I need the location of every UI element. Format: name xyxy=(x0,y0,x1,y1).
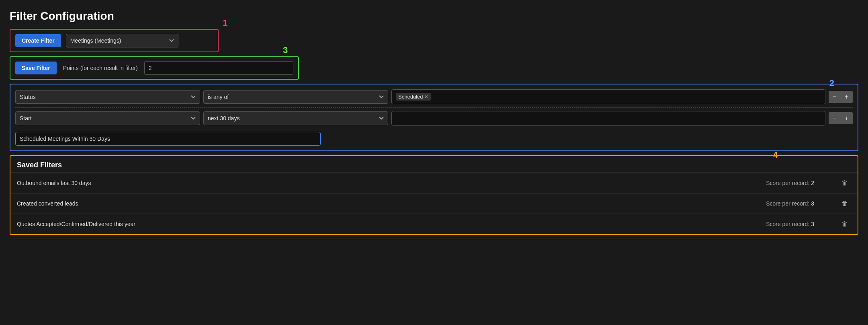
entity-type-dropdown[interactable]: Meetings (Meetings) Contacts Leads Accou… xyxy=(66,34,178,47)
filter-field-1[interactable]: Status Start End Subject xyxy=(15,90,200,104)
score-value-2: 3 xyxy=(811,200,814,207)
page-container: Filter Configuration 1 Create Filter Mee… xyxy=(0,0,868,325)
saved-filter-name-1: Outbound emails last 30 days xyxy=(17,180,766,186)
filter-add-button-2[interactable]: + xyxy=(841,112,853,124)
saved-filter-score-3: Score per record: 3 xyxy=(766,221,814,227)
page-title: Filter Configuration xyxy=(10,10,858,23)
create-filter-button[interactable]: Create Filter xyxy=(15,34,61,47)
trash-icon-1: 🗑 xyxy=(841,179,848,186)
filter-operator-1[interactable]: is any of is not any of is empty xyxy=(203,90,388,104)
section-label-3: 3 xyxy=(283,45,288,56)
save-filter-button[interactable]: Save Filter xyxy=(15,62,57,74)
saved-filters-header: Saved Filters xyxy=(10,156,858,173)
trash-icon-3: 🗑 xyxy=(841,220,848,227)
score-value-1: 2 xyxy=(811,180,814,186)
trash-icon-2: 🗑 xyxy=(841,200,848,207)
saved-filter-row-3: Quotes Accepted/Confirmed/Delivered this… xyxy=(10,214,858,234)
saved-filter-name-3: Quotes Accepted/Confirmed/Delivered this… xyxy=(17,221,766,227)
score-value-3: 3 xyxy=(811,221,814,227)
filter-remove-button-1[interactable]: − xyxy=(829,91,841,103)
filter-tag-scheduled: Scheduled ✕ xyxy=(396,93,431,101)
saved-filter-delete-3[interactable]: 🗑 xyxy=(838,219,851,229)
saved-filter-delete-1[interactable]: 🗑 xyxy=(838,178,851,188)
filter-btn-group-2: − + xyxy=(829,112,853,124)
saved-filter-name-2: Created converted leads xyxy=(17,200,766,207)
saved-filter-row-2: Created converted leads Score per record… xyxy=(10,193,858,214)
filter-row-2: Start Status End Subject next 30 days is… xyxy=(15,111,853,129)
section-3-container: Save Filter Points (for each result in f… xyxy=(10,56,299,80)
saved-filter-row-1: Outbound emails last 30 days Score per r… xyxy=(10,173,858,193)
section-4-container: Saved Filters Outbound emails last 30 da… xyxy=(10,155,858,235)
tag-close-icon[interactable]: ✕ xyxy=(424,94,428,100)
points-input[interactable] xyxy=(144,61,293,75)
tag-label: Scheduled xyxy=(398,94,423,100)
points-label: Points (for each result in filter) xyxy=(63,65,138,71)
filter-add-button-1[interactable]: + xyxy=(841,91,853,103)
saved-filter-score-1: Score per record: 2 xyxy=(766,180,814,186)
filter-btn-group-1: − + xyxy=(829,91,853,103)
filter-remove-button-2[interactable]: − xyxy=(829,112,841,124)
section-2-container: Status Start End Subject is any of is no… xyxy=(10,84,858,151)
saved-filter-score-2: Score per record: 3 xyxy=(766,200,814,207)
filter-value-1: Scheduled ✕ xyxy=(391,89,825,104)
filter-field-2[interactable]: Start Status End Subject xyxy=(15,111,200,125)
filter-name-input[interactable] xyxy=(15,132,321,146)
section-1-container: Create Filter Meetings (Meetings) Contac… xyxy=(10,29,219,52)
filter-value-2 xyxy=(391,111,825,125)
saved-filter-delete-2[interactable]: 🗑 xyxy=(838,198,851,209)
filter-operator-2[interactable]: next 30 days is any of last 30 days this… xyxy=(203,111,388,125)
section-label-1: 1 xyxy=(223,18,227,28)
filter-row-1: Status Start End Subject is any of is no… xyxy=(15,89,853,108)
